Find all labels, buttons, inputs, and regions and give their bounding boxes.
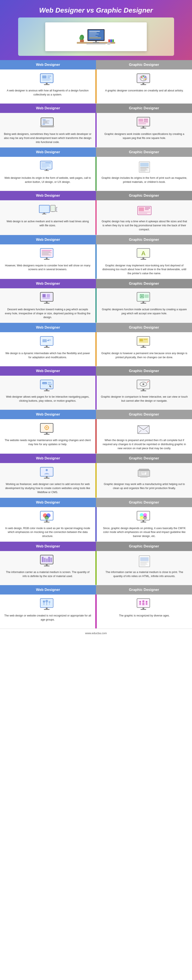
cell-text-web-10: In web design, RGB color mode is used as…	[4, 527, 91, 538]
svg-rect-3	[89, 31, 100, 32]
svg-rect-208	[46, 608, 48, 609]
svg-rect-133	[48, 384, 52, 385]
icon-graphic-12	[135, 598, 154, 612]
rgb-icon-web-10	[39, 511, 56, 523]
web-header-1: Web Designer	[0, 103, 96, 113]
cell-text-graphic-5: Graphic designers function inside actual…	[101, 307, 188, 316]
svg-rect-103	[42, 298, 50, 299]
device-combo-icon-web-3	[38, 204, 58, 217]
svg-point-214	[146, 601, 147, 603]
header-illustration	[75, 25, 117, 48]
svg-rect-11	[86, 43, 106, 45]
svg-rect-44	[42, 124, 45, 124]
svg-rect-190	[48, 557, 50, 562]
svg-rect-119	[46, 345, 48, 347]
cell-text-graphic-8: When the design is prepared and printed …	[101, 438, 188, 450]
svg-rect-165	[140, 476, 148, 477]
col-headers-5: Web Designer Graphic Designer	[0, 279, 192, 288]
svg-rect-189	[46, 558, 48, 562]
row-12-content: The web design or website created is not…	[0, 595, 192, 628]
svg-point-15	[79, 37, 82, 40]
svg-rect-41	[43, 121, 50, 121]
svg-rect-153	[46, 432, 48, 434]
svg-rect-51	[138, 123, 146, 124]
web-header-12: Web Designer	[0, 585, 96, 595]
cell-text-graphic-3: Graphic design has only a time when it u…	[101, 220, 188, 231]
cell-text-graphic-6: Graphic design is however a permanent on…	[101, 352, 188, 360]
design-tool-icon-web-5	[39, 292, 56, 305]
svg-rect-215	[142, 608, 144, 609]
web-header-10: Web Designer	[0, 498, 96, 507]
svg-rect-93	[44, 259, 50, 260]
print-static-icon-graphic-6	[136, 336, 153, 349]
icon-graphic-11	[135, 554, 154, 568]
screen-medium-icon-web-11	[39, 555, 56, 568]
svg-rect-188	[44, 558, 46, 562]
cell-graphic-3: Graphic design has only a time when it u…	[97, 200, 192, 235]
svg-rect-154	[44, 434, 50, 435]
icon-web-3	[38, 204, 58, 217]
svg-rect-143	[142, 389, 144, 390]
svg-rect-66	[140, 167, 149, 168]
svg-rect-4	[89, 32, 97, 33]
svg-point-34	[145, 78, 146, 80]
svg-rect-37	[141, 84, 146, 85]
col-headers-6: Web Designer Graphic Designer	[0, 323, 192, 332]
svg-rect-27	[44, 84, 50, 85]
svg-rect-168	[142, 473, 145, 473]
cell-graphic-7: Graphic designer in comparison is fewer …	[97, 375, 192, 410]
svg-rect-65	[140, 163, 149, 167]
svg-point-174	[45, 515, 49, 520]
print-medium-icon-graphic-11	[136, 555, 153, 568]
monitor-icon-web-4	[39, 248, 56, 261]
svg-rect-199	[140, 565, 146, 566]
all-ages-icon-web-12	[39, 598, 56, 611]
icon-graphic-0	[135, 73, 154, 86]
cell-web-9: Working as freelancer, web designer can …	[0, 463, 95, 497]
cell-text-web-12: The web design or website created is not…	[4, 614, 91, 622]
svg-rect-193	[44, 566, 50, 566]
diverse-ages-icon-graphic-12	[136, 598, 153, 611]
icon-web-5	[38, 291, 58, 305]
graphic-header-7: Graphic Designer	[96, 366, 192, 375]
web-header-7: Web Designer	[0, 366, 96, 375]
svg-rect-124	[139, 339, 143, 341]
svg-rect-216	[141, 609, 146, 610]
svg-rect-57	[42, 162, 45, 163]
web-header-9: Web Designer	[0, 453, 96, 463]
cell-web-5: Descent web designers function toward ma…	[0, 288, 95, 323]
dynamic-icon-web-6	[39, 336, 56, 349]
svg-rect-73	[42, 214, 46, 214]
svg-rect-175	[46, 520, 48, 522]
svg-rect-112	[141, 303, 146, 304]
cell-text-graphic-11: The information carrier as a material me…	[101, 570, 188, 578]
cell-graphic-8: When the design is prepared and printed …	[97, 419, 192, 453]
cell-text-web-9: Working as freelancer, web designer can …	[4, 482, 91, 494]
svg-rect-144	[141, 390, 146, 391]
col-headers-7: Web Designer Graphic Designer	[0, 366, 192, 375]
icon-web-11	[38, 554, 58, 568]
svg-point-160	[46, 469, 48, 471]
col-headers-9: Web Designer Graphic Designer	[0, 453, 192, 463]
web-header-11: Web Designer	[0, 542, 96, 551]
web-header-4: Web Designer	[0, 235, 96, 244]
monitor-icon-graphic-0	[136, 73, 153, 86]
svg-rect-105	[44, 303, 50, 304]
cell-web-7: CLICK Web designer allows web pages for …	[0, 375, 95, 410]
svg-text:CLICK: CLICK	[43, 383, 46, 384]
cell-web-6: We design is a dynamic intermediate whic…	[0, 332, 95, 366]
svg-rect-195	[140, 557, 149, 561]
cell-text-graphic-10: Since, graphic design depends on printin…	[101, 527, 188, 538]
svg-rect-101	[42, 294, 46, 297]
svg-rect-176	[44, 522, 50, 522]
row-9-content: Working as freelancer, web designer can …	[0, 463, 192, 498]
graphic-header-9: Graphic Designer	[96, 453, 192, 463]
svg-rect-111	[142, 301, 144, 303]
web-header-8: Web Designer	[0, 410, 96, 419]
svg-rect-125	[144, 339, 147, 340]
svg-rect-109	[141, 295, 143, 297]
row-0-content: A web designer is anxious with how all f…	[0, 70, 192, 103]
icon-graphic-5	[135, 291, 154, 305]
svg-rect-63	[44, 170, 49, 171]
cell-web-1: Being web designers, sometimes they have…	[0, 113, 95, 147]
